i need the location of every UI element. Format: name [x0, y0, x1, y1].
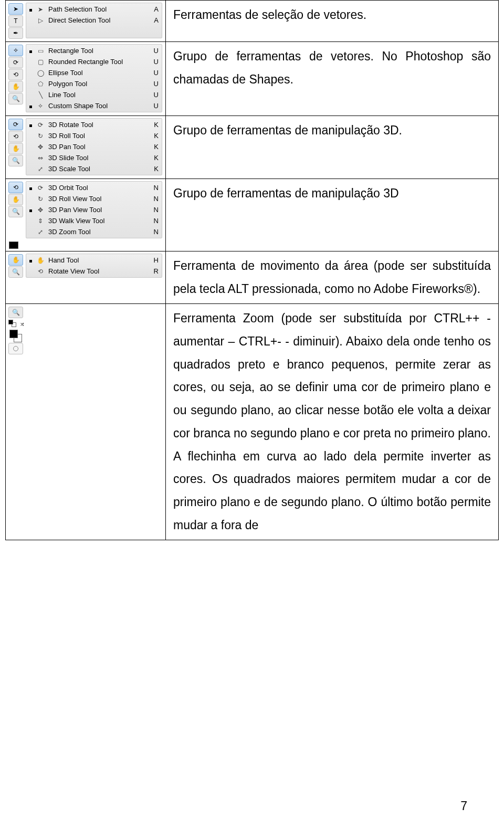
toolbar-slot[interactable]: ✒ [8, 27, 23, 39]
toolbar-slot[interactable]: ➤ [8, 3, 23, 15]
flyout-item[interactable]: ╲Line ToolU [26, 89, 162, 100]
default-colors-button[interactable] [8, 320, 19, 328]
flyout-item[interactable]: ▷Direct Selection ToolA [26, 15, 162, 26]
3d-walk-view-icon: ⇕ [36, 217, 45, 225]
toolbar-slot[interactable]: ✋ [8, 81, 23, 92]
flyout-item-shortcut: K [151, 132, 159, 140]
toolbar-slot[interactable]: ⟲ [8, 131, 23, 142]
desc-zoom: Ferramenta Zoom (pode ser substituída po… [166, 304, 499, 540]
flyout-item-shortcut: N [151, 206, 159, 214]
flyout-item[interactable]: ✥3D Pan ToolK [26, 141, 162, 152]
flyout-item-shortcut: K [151, 143, 159, 151]
3d-slide-icon: ⇔ [36, 154, 45, 162]
3d-roll-icon: ↻ [36, 132, 45, 140]
flyout-item[interactable]: ⤢3D Scale ToolK [26, 163, 162, 174]
toolbar-slot[interactable]: 🔍 [8, 93, 23, 104]
flyout-item[interactable]: ⇕3D Walk View ToolN [26, 215, 162, 226]
flyout-item[interactable]: ✋Hand ToolH [26, 255, 162, 266]
toolbar-slot[interactable]: 🔍 [8, 206, 23, 217]
flyout-item[interactable]: ↻3D Roll ToolK [26, 130, 162, 141]
flyout-hand[interactable]: ✋Hand ToolH⟲Rotate View ToolR [26, 254, 162, 278]
zoom-tool-button[interactable]: 🔍 [8, 307, 23, 318]
toolbar-slot[interactable]: 🔍 [8, 266, 23, 278]
flyout-item[interactable]: ⤢3D Zoom ToolN [26, 226, 162, 237]
flyout-shapes[interactable]: ▭Rectangle ToolU▢Rounded Rectangle ToolU… [26, 44, 162, 112]
toolbar-slot[interactable]: T [8, 15, 23, 27]
desc-hand: Ferramenta de movimento da área (pode se… [166, 251, 499, 304]
flyout-item[interactable]: ➤Path Selection ToolA [26, 4, 162, 15]
quickmask-button[interactable] [8, 343, 23, 354]
swap-colors-icon[interactable]: ⤭ [20, 321, 24, 327]
flyout-item[interactable]: ▢Rounded Rectangle ToolU [26, 56, 162, 67]
flyout-item-label: Ellipse Tool [48, 69, 148, 77]
flyout-item-shortcut: N [151, 195, 159, 203]
toolbar: ⟳⟲✋🔍 [8, 118, 24, 176]
foreground-color-swatch[interactable] [9, 330, 18, 338]
toolbar-panel-3d-obj: ⟳⟲✋🔍 ⟳3D Rotate ToolK↻3D Roll ToolK✥3D P… [8, 118, 163, 176]
flyout-item-label: 3D Zoom Tool [48, 228, 148, 236]
flyout-item-label: Rotate View Tool [48, 267, 148, 275]
flyout-item[interactable]: ▭Rectangle ToolU [26, 45, 162, 56]
flyout-item-label: 3D Walk View Tool [48, 217, 148, 225]
toolbar-slot[interactable]: ⟲ [8, 182, 23, 193]
page-number: 7 [460, 799, 467, 813]
active-dot-icon [28, 5, 33, 13]
toolbar-slot[interactable]: ✋ [8, 194, 23, 205]
line-icon: ╲ [36, 91, 45, 99]
flyout-item[interactable]: ⟳3D Orbit ToolN [26, 182, 162, 193]
active-dot-icon [28, 102, 33, 110]
flyout-item[interactable]: ✥3D Pan View ToolN [26, 204, 162, 215]
flyout-item-shortcut: N [151, 217, 159, 225]
toolbar-slot[interactable]: ⟳ [8, 57, 23, 68]
active-dot-icon [28, 121, 33, 129]
active-dot-icon [28, 184, 33, 192]
flyout-item[interactable]: ⬠Polygon ToolU [26, 78, 162, 89]
desc-3d-cam: Grupo de ferramentas de manipulação 3D [166, 179, 499, 251]
ellipse-icon: ◯ [36, 69, 45, 77]
active-dot-icon [28, 47, 33, 55]
toolbar-panel-3d-cam: ⟲✋🔍 ⟳3D Orbit ToolN↻3D Roll View ToolN✥3… [8, 181, 163, 239]
flyout-item[interactable]: ⇔3D Slide ToolK [26, 152, 162, 163]
flyout-item-label: 3D Roll Tool [48, 132, 148, 140]
type-icon: T [14, 17, 17, 25]
flyout-item-label: Direct Selection Tool [48, 16, 148, 24]
toolbar-slot[interactable]: ✋ [8, 143, 23, 154]
toolbar-slot[interactable]: ⟲ [8, 69, 23, 80]
flyout-item-label: Rectangle Tool [48, 47, 148, 55]
flyout-3d-cam[interactable]: ⟳3D Orbit ToolN↻3D Roll View ToolN✥3D Pa… [26, 181, 162, 238]
flyout-item[interactable]: ↻3D Roll View ToolN [26, 193, 162, 204]
foreground-swatch-mini [9, 242, 18, 249]
zoom-icon: 🔍 [12, 268, 20, 276]
tools-reference-table: ➤T✒ ➤Path Selection ToolA▷Direct Selecti… [5, 0, 499, 540]
cursor-white-icon: ▷ [36, 17, 45, 24]
rotate-view-icon: ⟲ [36, 268, 45, 275]
flyout-item-label: Polygon Tool [48, 80, 148, 88]
flyout-3d-obj[interactable]: ⟳3D Rotate ToolK↻3D Roll ToolK✥3D Pan To… [26, 118, 162, 175]
flyout-item-shortcut: A [151, 16, 159, 24]
panel-cell-shapes: ✧⟳⟲✋🔍 ▭Rectangle ToolU▢Rounded Rectangle… [6, 42, 166, 116]
flyout-item[interactable]: ✧Custom Shape ToolU [26, 100, 162, 111]
panel-cell-hand: ✋🔍 ✋Hand ToolH⟲Rotate View ToolR [6, 251, 166, 304]
flyout-item-shortcut: H [151, 256, 159, 264]
hand-icon: ✋ [36, 257, 45, 264]
flyout-item[interactable]: ◯Ellipse ToolU [26, 67, 162, 78]
flyout-item-label: Hand Tool [48, 256, 148, 264]
toolbar-slot[interactable]: ⟳ [8, 119, 23, 130]
flyout-path[interactable]: ➤Path Selection ToolA▷Direct Selection T… [26, 3, 162, 38]
flyout-item[interactable]: ⟳3D Rotate ToolK [26, 119, 162, 130]
toolbar-slot[interactable]: 🔍 [8, 155, 23, 166]
3d-zoom-icon: ⤢ [36, 228, 45, 236]
3d-rotate-icon: ⟳ [13, 121, 18, 128]
flyout-item[interactable]: ⟲Rotate View ToolR [26, 266, 162, 277]
flyout-item-label: Path Selection Tool [48, 5, 148, 13]
toolbar-slot[interactable]: ✋ [8, 254, 23, 266]
flyout-item-shortcut: K [151, 154, 159, 162]
toolbar-panel-shapes: ✧⟳⟲✋🔍 ▭Rectangle ToolU▢Rounded Rectangle… [8, 44, 163, 113]
panel-cell-3d-cam: ⟲✋🔍 ⟳3D Orbit ToolN↻3D Roll View ToolN✥3… [6, 179, 166, 251]
color-swatches[interactable] [8, 329, 22, 342]
pen-icon: ✒ [13, 29, 18, 37]
flyout-item-shortcut: U [151, 58, 159, 66]
cursor-black-icon: ➤ [36, 6, 45, 13]
toolbar-slot[interactable]: ✧ [8, 45, 23, 56]
desc-path: Ferramentas de seleção de vetores. [166, 1, 499, 42]
